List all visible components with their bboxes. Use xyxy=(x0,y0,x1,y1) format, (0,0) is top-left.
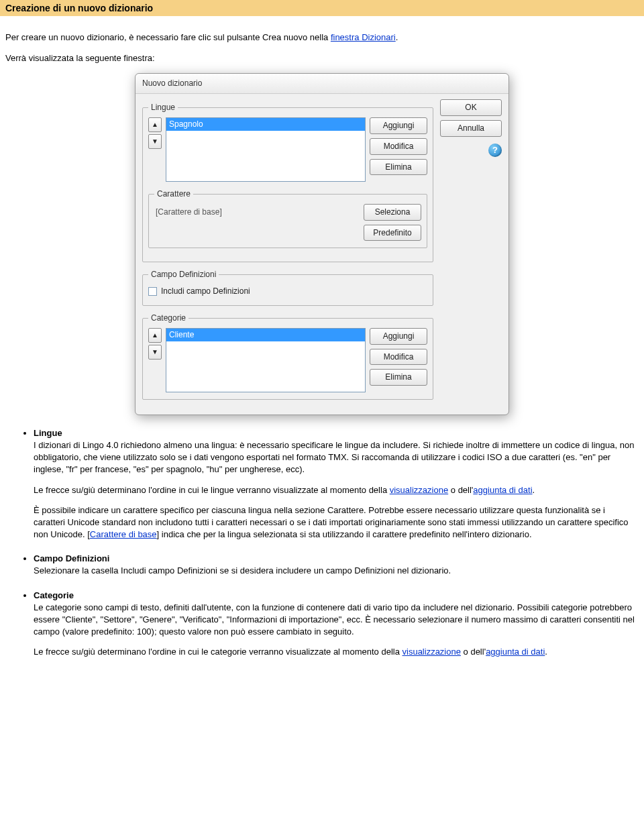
lingue-elimina-button[interactable]: Elimina xyxy=(370,159,427,176)
section-definizioni-head: Campo Definizioni xyxy=(34,553,109,563)
section-definizioni: Campo Definizioni Selezionare la casella… xyxy=(34,553,639,577)
lingue-modifica-button[interactable]: Modifica xyxy=(370,138,427,155)
group-definizioni: Campo Definizioni Includi campo Definizi… xyxy=(142,269,433,306)
carattere-seleziona-button[interactable]: Seleziona xyxy=(364,204,421,221)
ok-button[interactable]: OK xyxy=(440,99,502,116)
group-categorie: Categorie ▲ ▼ Cliente Aggiungi M xyxy=(142,313,433,400)
section-lingue: Lingue I dizionari di Lingo 4.0 richiedo… xyxy=(34,427,639,541)
categorie-move-down-button[interactable]: ▼ xyxy=(148,345,162,360)
lingue-item-selected[interactable]: Spagnolo xyxy=(166,118,365,131)
carattere-value: [Carattere di base] xyxy=(154,204,360,221)
arrow-down-icon: ▼ xyxy=(152,138,158,145)
section-categorie-head: Categorie xyxy=(34,590,74,600)
intro-text-2: . xyxy=(396,32,398,42)
link-aggiunta-dati-2[interactable]: aggiunta di dati xyxy=(486,647,545,657)
link-visualizzazione[interactable]: visualizzazione xyxy=(390,485,448,495)
includi-definizioni-checkbox[interactable] xyxy=(148,287,157,296)
categorie-item-selected[interactable]: Cliente xyxy=(166,329,365,341)
categorie-move-up-button[interactable]: ▲ xyxy=(148,328,162,343)
intro-line-2: Verrà visualizzata la seguente finestra: xyxy=(5,52,639,64)
group-lingue-legend: Lingue xyxy=(148,102,178,113)
document-body: Per creare un nuovo dizionario, è necess… xyxy=(0,16,644,677)
lingue-listbox[interactable]: Spagnolo xyxy=(166,117,366,182)
section-categorie-p1: Le categorie sono campi di testo, defini… xyxy=(34,602,635,637)
lingue-move-down-button[interactable]: ▼ xyxy=(148,134,162,149)
link-aggiunta-dati[interactable]: aggiunta di dati xyxy=(473,485,532,495)
arrow-up-icon: ▲ xyxy=(152,332,158,339)
categorie-modifica-button[interactable]: Modifica xyxy=(370,349,427,366)
link-visualizzazione-2[interactable]: visualizzazione xyxy=(402,647,461,657)
arrow-down-icon: ▼ xyxy=(152,349,158,355)
section-lingue-p2: Le frecce su/giù determinano l'ordine in… xyxy=(34,484,639,496)
section-lingue-p3: È possibile indicare un carattere specif… xyxy=(34,504,639,541)
annulla-button[interactable]: Annulla xyxy=(440,120,502,137)
lingue-move-up-button[interactable]: ▲ xyxy=(148,117,162,132)
nuovo-dizionario-dialog: Nuovo dizionario Lingue ▲ ▼ Spagnolo xyxy=(135,73,509,415)
link-carattere-base[interactable]: Carattere di base xyxy=(90,529,157,539)
link-finestra-dizionari[interactable]: finestra Dizionari xyxy=(331,32,396,42)
section-lingue-p1: I dizionari di Lingo 4.0 richiedono alme… xyxy=(34,440,634,474)
categorie-listbox[interactable]: Cliente xyxy=(166,328,366,392)
categorie-elimina-button[interactable]: Elimina xyxy=(370,369,427,386)
group-carattere: Carattere [Carattere di base] Seleziona … xyxy=(148,188,427,248)
categorie-aggiungi-button[interactable]: Aggiungi xyxy=(370,328,427,345)
arrow-up-icon: ▲ xyxy=(152,121,158,128)
help-icon[interactable]: ? xyxy=(488,144,502,157)
carattere-predefinito-button[interactable]: Predefinito xyxy=(364,225,421,241)
section-definizioni-p1: Selezionare la casella Includi campo Def… xyxy=(34,565,451,576)
dialog-title: Nuovo dizionario xyxy=(136,74,508,94)
group-carattere-legend: Carattere xyxy=(154,188,193,200)
group-categorie-legend: Categorie xyxy=(148,313,189,324)
section-categorie: Categorie Le categorie sono campi di tes… xyxy=(34,590,639,659)
page-title: Creazione di un nuovo dizionario xyxy=(0,0,644,16)
section-lingue-head: Lingue xyxy=(34,428,62,438)
includi-definizioni-label: Includi campo Definizioni xyxy=(161,286,250,297)
lingue-aggiungi-button[interactable]: Aggiungi xyxy=(370,117,427,134)
intro-text-1: Per creare un nuovo dizionario, è necess… xyxy=(5,32,331,42)
group-lingue: Lingue ▲ ▼ Spagnolo Aggiungi Mod xyxy=(142,102,433,262)
intro-paragraph: Per creare un nuovo dizionario, è necess… xyxy=(5,32,639,44)
group-definizioni-legend: Campo Definizioni xyxy=(148,269,219,280)
section-categorie-p2: Le frecce su/giù determinano l'ordine in… xyxy=(34,646,639,658)
